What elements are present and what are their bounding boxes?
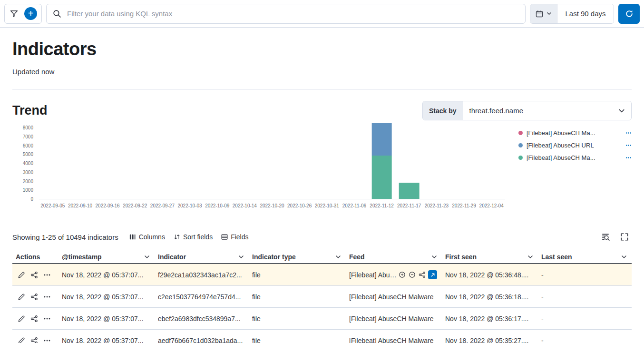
legend-actions-icon[interactable]	[625, 155, 632, 161]
x-tick-label: 2022-10-26	[287, 203, 312, 208]
stack-by-select[interactable]: threat.feed.name	[463, 101, 631, 120]
unified-search-bar: + Last 90 days	[0, 0, 644, 28]
add-to-timeline-button[interactable]	[418, 271, 426, 279]
y-tick-label: 5000	[23, 152, 33, 157]
x-tick-label: 2022-09-27	[150, 203, 175, 208]
columns-button[interactable]: Columns	[125, 231, 169, 243]
investigate-in-timeline-button[interactable]	[30, 293, 38, 301]
legend-item[interactable]: [Filebeat] AbuseCH Ma...	[518, 154, 632, 162]
x-axis-labels: 2022-09-052022-09-102022-09-162022-09-22…	[39, 202, 505, 210]
date-quick-select-button[interactable]	[530, 4, 557, 23]
chevron-down-icon[interactable]	[621, 254, 627, 260]
sort-fields-button[interactable]: Sort fields	[169, 231, 217, 243]
feed-cell: [Filebeat] AbuseCH Malware	[346, 337, 442, 343]
x-tick-label: 2022-09-22	[123, 203, 147, 208]
refresh-button[interactable]	[618, 4, 640, 24]
legend-item[interactable]: [Filebeat] AbuseCH URL	[518, 141, 632, 149]
fields-button[interactable]: Fields	[217, 231, 253, 243]
indicator-cell: ebef2a6983dfcc534899a7...	[155, 315, 249, 323]
legend-label[interactable]: [Filebeat] AbuseCH Ma...	[527, 129, 622, 137]
chevron-down-icon[interactable]	[431, 254, 437, 260]
table-row[interactable]: Nov 18, 2022 @ 05:37:07... c2ee150377649…	[12, 286, 632, 308]
kql-search-box[interactable]	[46, 4, 526, 24]
open-details-button[interactable]	[18, 315, 25, 323]
sort-fields-button-label: Sort fields	[183, 233, 213, 241]
feed-cell: [Filebeat] AbuseCH Malware	[346, 315, 442, 323]
legend-label[interactable]: [Filebeat] AbuseCH Ma...	[527, 154, 622, 161]
columns-icon	[129, 234, 136, 240]
saved-query-menu-button[interactable]	[9, 9, 19, 19]
x-tick-label: 2022-11-12	[370, 203, 393, 208]
legend-actions-icon[interactable]	[625, 142, 632, 148]
feed-value: [Filebeat] Abus...	[349, 271, 397, 279]
x-tick-label: 2022-09-05	[40, 203, 65, 208]
x-tick-label: 2022-11-17	[397, 203, 421, 208]
x-tick-label: 2022-10-20	[260, 203, 284, 208]
x-tick-label: 2022-09-10	[68, 203, 92, 208]
legend-label[interactable]: [Filebeat] AbuseCH URL	[527, 142, 622, 149]
investigate-in-timeline-button[interactable]	[30, 271, 38, 279]
pencil-icon	[18, 337, 25, 343]
more-actions-button[interactable]	[43, 271, 51, 279]
legend-item[interactable]: [Filebeat] AbuseCH Ma...	[518, 129, 632, 137]
column-header-label: Last seen	[541, 253, 572, 261]
column-header-indicator-type[interactable]: Indicator type	[249, 253, 346, 261]
legend-actions-icon[interactable]	[625, 130, 632, 136]
x-tick-label: 2022-11-23	[425, 203, 449, 208]
inspect-button[interactable]	[598, 230, 613, 244]
indicator-type-cell: file	[249, 271, 346, 279]
x-tick-label: 2022-10-14	[233, 203, 257, 208]
table-row[interactable]: Nov 18, 2022 @ 05:37:07... f29e2ca1a0323…	[12, 264, 632, 286]
search-icon	[53, 10, 61, 18]
column-header-label: @timestamp	[62, 253, 102, 261]
date-picker: Last 90 days	[530, 4, 614, 24]
column-header-timestamp[interactable]: @timestamp	[59, 253, 155, 261]
more-actions-button[interactable]	[43, 293, 51, 301]
timestamp-cell: Nov 18, 2022 @ 05:37:07...	[59, 293, 155, 301]
chevron-down-icon[interactable]	[527, 254, 533, 260]
cell-hover-actions	[398, 270, 437, 279]
column-header-label: Feed	[349, 253, 365, 261]
x-tick-label: 2022-11-29	[452, 203, 476, 208]
sort-icon	[174, 234, 180, 240]
fullscreen-icon	[620, 233, 629, 241]
open-details-button[interactable]	[18, 293, 25, 301]
bar-segment	[371, 123, 392, 156]
table-row[interactable]: Nov 18, 2022 @ 05:37:07... ebef2a6983dfc…	[12, 308, 632, 330]
column-header-first-seen[interactable]: First seen	[442, 253, 538, 261]
column-header-last-seen[interactable]: Last seen	[538, 253, 632, 261]
results-summary: Showing 1-25 of 10494 indicators	[12, 233, 118, 241]
investigate-in-timeline-button[interactable]	[30, 315, 38, 323]
filter-out-value-button[interactable]	[408, 271, 416, 279]
open-details-button[interactable]	[18, 271, 25, 279]
chevron-down-icon[interactable]	[335, 254, 341, 260]
chevron-down-icon[interactable]	[144, 254, 150, 260]
column-header-feed[interactable]: Feed	[346, 253, 442, 261]
y-tick-label: 7000	[23, 135, 33, 139]
plot-area	[39, 128, 505, 199]
add-filter-button[interactable]: +	[24, 7, 37, 20]
table-row[interactable]: Nov 18, 2022 @ 05:37:07... aedf76b667c1d…	[12, 330, 632, 343]
y-tick-label: 3000	[23, 170, 33, 175]
fullscreen-button[interactable]	[617, 230, 632, 244]
minus-circle-icon	[409, 271, 416, 278]
open-details-button[interactable]	[18, 337, 25, 343]
ellipsis-icon	[43, 315, 51, 323]
chevron-down-icon[interactable]	[238, 254, 244, 260]
filter-for-value-button[interactable]	[398, 271, 406, 279]
indicator-type-cell: file	[249, 337, 346, 343]
more-actions-button[interactable]	[43, 315, 51, 323]
divider	[12, 89, 632, 89]
x-tick-label: 2022-10-03	[177, 203, 202, 208]
timestamp-cell: Nov 18, 2022 @ 05:37:07...	[59, 315, 155, 323]
updated-status: Updated now	[12, 68, 632, 76]
date-range-button[interactable]: Last 90 days	[557, 4, 614, 23]
expand-cell-button[interactable]	[428, 270, 437, 279]
chart-legend: [Filebeat] AbuseCH Ma...[Filebeat] Abuse…	[518, 128, 632, 162]
ellipsis-icon	[43, 293, 51, 301]
more-actions-button[interactable]	[43, 337, 51, 343]
kql-search-input[interactable]	[66, 9, 519, 18]
investigate-in-timeline-button[interactable]	[30, 337, 38, 343]
column-header-indicator[interactable]: Indicator	[155, 253, 249, 261]
column-header-label: Indicator type	[252, 253, 296, 261]
